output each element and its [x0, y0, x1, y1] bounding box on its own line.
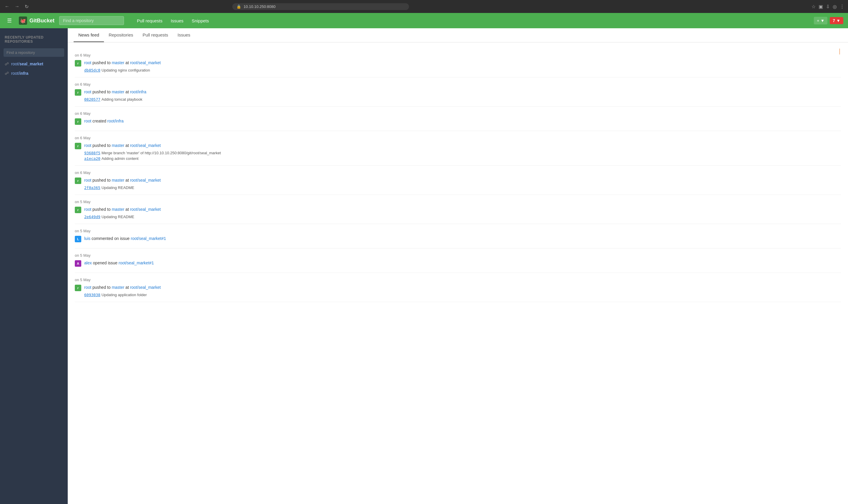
tab-issues[interactable]: Issues: [173, 28, 195, 42]
sidebar-section-title: Recently updated repositories: [0, 33, 68, 46]
feed-text-3: root created root/infra: [84, 118, 124, 124]
user-link-root-9[interactable]: root: [84, 285, 91, 290]
feed-text-5: root pushed to master at root/seal_marke…: [84, 177, 161, 183]
commit-hash-2[interactable]: 0820577: [84, 97, 101, 102]
commit-msg-4a: Merge branch 'master' of http://10.10.10…: [102, 151, 221, 155]
commit-hash-9[interactable]: 6093038: [84, 293, 101, 297]
user-link-root-3[interactable]: root: [84, 119, 91, 123]
commit-hash-4a[interactable]: 93688f5: [84, 151, 101, 155]
feed-event-4: on 6 May r root pushed to master at root…: [75, 131, 841, 166]
branch-link-6[interactable]: master: [112, 207, 124, 212]
menu-icon[interactable]: ⋮: [840, 4, 845, 10]
feed-event-9: on 5 May r root pushed to master at root…: [75, 273, 841, 302]
branch-link-2[interactable]: master: [112, 90, 124, 94]
avatar-root-6: r: [75, 207, 81, 213]
user-link-root-2[interactable]: root: [84, 90, 91, 94]
avatar-luis: L: [75, 236, 81, 242]
repo-link-4[interactable]: root/seal_market: [130, 143, 161, 148]
user-link-root-4[interactable]: root: [84, 143, 91, 148]
user-link-root-1[interactable]: root: [84, 60, 91, 65]
hamburger-button[interactable]: ☰: [5, 16, 14, 25]
feed-event-3: on 6 May r root created root/infra: [75, 107, 841, 131]
commit-msg-9: Updating application folder: [102, 293, 147, 297]
feed-event-row-7: L luis commented on issue root/seal_mark…: [75, 235, 841, 242]
tab-repositories[interactable]: Repositories: [104, 28, 138, 42]
branch-link-4[interactable]: master: [112, 143, 124, 148]
header-nav: Pull requests Issues Snippets: [133, 16, 212, 25]
repo-link-6[interactable]: root/seal_market: [130, 207, 161, 212]
extensions-icon[interactable]: ▣: [818, 4, 823, 10]
feed-event-row-1: r root pushed to master at root/seal_mar…: [75, 60, 841, 67]
branch-link-9[interactable]: master: [112, 285, 124, 290]
avatar-root-1: r: [75, 60, 81, 67]
feed-text-1: root pushed to master at root/seal_marke…: [84, 60, 161, 66]
commit-hash-5[interactable]: 2f0a365: [84, 185, 101, 190]
plus-icon: +: [817, 18, 819, 23]
commit-line-4a: 93688f5 Merge branch 'master' of http://…: [84, 150, 841, 155]
repo-link-2[interactable]: root/infra: [130, 90, 146, 94]
user-link-root-6[interactable]: root: [84, 207, 91, 212]
feed-date-2: on 6 May: [75, 82, 841, 87]
commit-msg-1: Updating nginx configuration: [102, 68, 150, 72]
commit-hash-1[interactable]: db85dc0: [84, 68, 101, 72]
commit-line-6: 2e649d9 Updating README: [84, 214, 841, 219]
user-link-luis[interactable]: luis: [84, 236, 90, 241]
sidebar-item-seal-market[interactable]: ☍ root/seal_market: [0, 59, 68, 69]
header-issues-link[interactable]: Issues: [167, 16, 187, 25]
repo-link-5[interactable]: root/seal_market: [130, 178, 161, 182]
feed-date-6: on 5 May: [75, 200, 841, 204]
avatar-alex: A: [75, 260, 81, 267]
repo-link-9[interactable]: root/seal_market: [130, 285, 161, 290]
commit-msg-2: Adding tomcat playbook: [102, 97, 143, 102]
user-link-alex[interactable]: alex: [84, 260, 92, 265]
feed-event-row-9: r root pushed to master at root/seal_mar…: [75, 284, 841, 291]
branch-link-5[interactable]: master: [112, 178, 124, 182]
refresh-button[interactable]: ↻: [23, 3, 30, 11]
avatar-root-5: r: [75, 178, 81, 184]
add-button[interactable]: + ▼: [814, 17, 827, 24]
feed-text-2: root pushed to master at root/infra: [84, 89, 146, 95]
branch-link-1[interactable]: master: [112, 60, 124, 65]
feed-date-1: on 6 May: [75, 53, 841, 57]
commit-hash-4b[interactable]: a1eca20: [84, 156, 101, 161]
bookmark-icon[interactable]: ☆: [811, 4, 816, 10]
feed-event-row-6: r root pushed to master at root/seal_mar…: [75, 206, 841, 213]
feed-event-row-4: r root pushed to master at root/seal_mar…: [75, 143, 841, 149]
header-snippets-link[interactable]: Snippets: [188, 16, 212, 25]
feed-date-7: on 5 May: [75, 229, 841, 233]
tab-pull-requests[interactable]: Pull requests: [138, 28, 173, 42]
feed-event-1: on 6 May r root pushed to master at root…: [75, 48, 841, 77]
commit-msg-5: Updating README: [102, 185, 134, 190]
header-pull-requests-link[interactable]: Pull requests: [133, 16, 166, 25]
forward-button[interactable]: →: [14, 3, 21, 10]
browser-actions: ☆ ▣ ⇩ ◎ ⋮: [811, 4, 845, 10]
sidebar: Recently updated repositories ☍ root/sea…: [0, 28, 68, 504]
logo-icon: 🐙: [19, 17, 27, 25]
app-header: ☰ 🐙 GitBucket Pull requests Issues Snipp…: [0, 13, 848, 28]
sidebar-item-infra[interactable]: ☍ root/infra: [0, 69, 68, 78]
sidebar-find-repo-input[interactable]: [3, 48, 64, 57]
feed-date-3: on 6 May: [75, 111, 841, 116]
address-bar[interactable]: 🔒 10.10.10.250:8080: [232, 3, 409, 10]
issue-link-8[interactable]: root/seal_market#1: [119, 260, 154, 265]
repo-link-1[interactable]: root/seal_market: [130, 60, 161, 65]
repo-link-3[interactable]: root/infra: [107, 119, 124, 123]
feed-event-row-2: r root pushed to master at root/infra: [75, 89, 841, 96]
commit-hash-6[interactable]: 2e649d9: [84, 215, 101, 219]
user-link-root-5[interactable]: root: [84, 178, 91, 182]
commit-line-2: 0820577 Adding tomcat playbook: [84, 97, 841, 102]
logo-link[interactable]: 🐙 GitBucket: [19, 17, 54, 25]
download-icon[interactable]: ⇩: [826, 4, 830, 10]
user-badge[interactable]: 7 ▼: [830, 17, 843, 24]
issue-link-7[interactable]: root/seal_market#1: [131, 236, 166, 241]
header-find-repo-input[interactable]: [59, 16, 124, 25]
main-layout: Recently updated repositories ☍ root/sea…: [0, 28, 848, 504]
back-button[interactable]: ←: [3, 3, 11, 10]
feed-container: ⏐ on 6 May r root pushed to master at ro…: [68, 42, 848, 308]
rss-icon[interactable]: ⏐: [838, 48, 841, 55]
repo-book-icon-2: ☍: [5, 71, 9, 76]
security-icon: 🔒: [236, 4, 241, 9]
avatar-root-2: r: [75, 89, 81, 96]
profile-icon[interactable]: ◎: [833, 4, 837, 10]
tab-news-feed[interactable]: News feed: [74, 28, 104, 42]
